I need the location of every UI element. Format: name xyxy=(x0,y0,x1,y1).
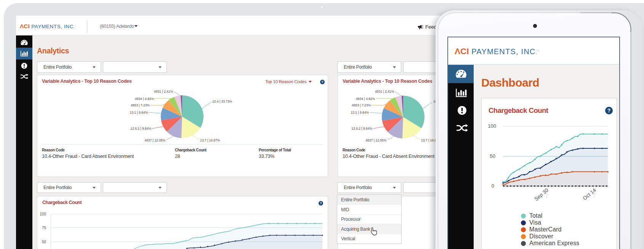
svg-text:13.1 | 9.64%: 13.1 | 9.64% xyxy=(130,111,148,114)
svg-text:10.4 | 33.73%: 10.4 | 33.73% xyxy=(212,100,232,103)
svg-text:50: 50 xyxy=(42,240,46,244)
svg-text:4853 | 7.23%: 4853 | 7.23% xyxy=(352,103,371,107)
svg-text:100: 100 xyxy=(488,123,496,129)
svg-text:4834 | 4.82%: 4834 | 4.82% xyxy=(135,97,154,101)
svg-text:4853 | 7.23%: 4853 | 7.23% xyxy=(131,103,150,107)
svg-text:100: 100 xyxy=(40,212,46,216)
svg-text:12.6.2 | 9.64%: 12.6.2 | 9.64% xyxy=(351,127,372,130)
svg-text:Oct 14: Oct 14 xyxy=(582,187,597,201)
svg-text:4831 | 2.41%: 4831 | 2.41% xyxy=(375,90,394,93)
svg-text:0: 0 xyxy=(492,183,494,189)
svg-text:13.7 | 16.87%: 13.7 | 16.87% xyxy=(200,138,220,142)
svg-text:12.6.2 | 9.64%: 12.6.2 | 9.64% xyxy=(130,127,151,130)
svg-text:75: 75 xyxy=(42,226,46,230)
svg-text:4837 | 12.05%: 4837 | 12.05% xyxy=(144,138,165,142)
svg-text:4831 | 2.41%: 4831 | 2.41% xyxy=(154,90,173,93)
svg-text:50: 50 xyxy=(490,153,495,159)
svg-text:4837 | 12.05%: 4837 | 12.05% xyxy=(365,138,386,142)
svg-text:13.1 | 9.64%: 13.1 | 9.64% xyxy=(351,111,369,114)
svg-text:4834 | 4.82%: 4834 | 4.82% xyxy=(356,97,375,101)
